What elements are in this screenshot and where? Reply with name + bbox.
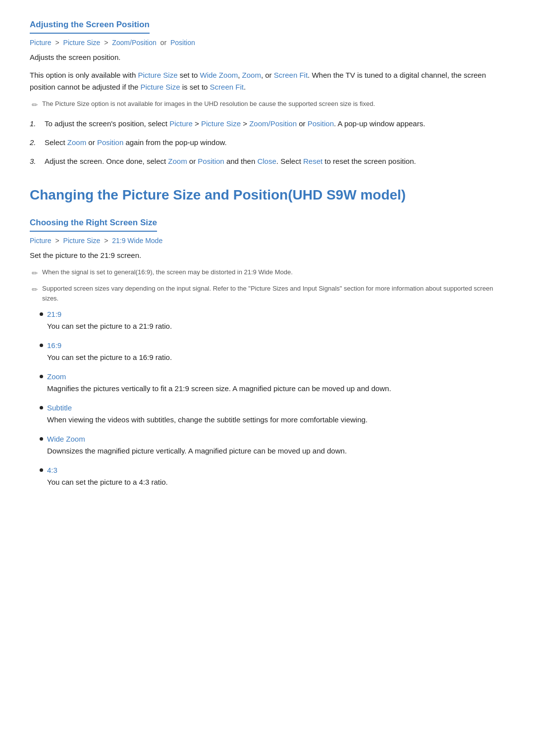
step3-close-link[interactable]: Close bbox=[257, 157, 276, 165]
s2-breadcrumb-wide-mode[interactable]: 21:9 Wide Mode bbox=[112, 237, 162, 245]
section1-breadcrumb: Picture > Picture Size > Zoom/Position o… bbox=[30, 39, 505, 47]
pencil-icon: ✏ bbox=[32, 100, 38, 111]
step3-zoom-link[interactable]: Zoom bbox=[168, 157, 187, 165]
breadcrumb-picture[interactable]: Picture bbox=[30, 39, 52, 47]
link-screen-fit-2[interactable]: Screen Fit bbox=[210, 83, 244, 91]
section2-notes: ✏ When the signal is set to general(16:9… bbox=[30, 267, 505, 303]
bullet-desc-zoom: Magnifies the pictures vertically to fit… bbox=[47, 383, 505, 395]
bullet-header-169: 16:9 bbox=[40, 341, 505, 350]
breadcrumb-picture-size[interactable]: Picture Size bbox=[63, 39, 101, 47]
section2-note1: ✏ When the signal is set to general(16:9… bbox=[30, 267, 505, 279]
breadcrumb-sep1: > bbox=[55, 39, 59, 47]
s2-breadcrumb-sep1: > bbox=[55, 237, 59, 245]
bullet-header-zoom: Zoom bbox=[40, 372, 505, 381]
section-adjusting: Adjusting the Screen Position Picture > … bbox=[30, 20, 505, 167]
bullet-dot-219 bbox=[40, 312, 43, 316]
bullet-label-wide-zoom[interactable]: Wide Zoom bbox=[47, 435, 85, 443]
list-item: 4:3 You can set the picture to a 4:3 rat… bbox=[40, 466, 505, 488]
bullet-label-zoom[interactable]: Zoom bbox=[47, 372, 66, 381]
pencil-icon-3: ✏ bbox=[32, 284, 38, 296]
pencil-icon-2: ✏ bbox=[32, 268, 38, 279]
list-item: Wide Zoom Downsizes the magnified pictur… bbox=[40, 435, 505, 457]
link-zoom-1[interactable]: Zoom bbox=[242, 71, 261, 79]
step1-picture-size-link[interactable]: Picture Size bbox=[201, 119, 241, 128]
bullet-label-43[interactable]: 4:3 bbox=[47, 466, 57, 474]
list-item: 16:9 You can set the picture to a 16:9 r… bbox=[40, 341, 505, 363]
s2-note1-text: When the signal is set to general(16:9),… bbox=[42, 267, 293, 277]
step3-reset-link[interactable]: Reset bbox=[303, 157, 322, 165]
note1-text: The Picture Size option is not available… bbox=[42, 99, 375, 109]
step2-zoom-link[interactable]: Zoom bbox=[67, 138, 86, 147]
s2-breadcrumb-picture-size[interactable]: Picture Size bbox=[63, 237, 101, 245]
bullet-label-subtitle[interactable]: Subtitle bbox=[47, 403, 72, 412]
s2-note2-text: Supported screen sizes vary depending on… bbox=[42, 284, 505, 303]
link-picture-size-1[interactable]: Picture Size bbox=[138, 71, 177, 79]
step1-num: 1. bbox=[30, 118, 40, 130]
section-large: Changing the Picture Size and Position(U… bbox=[30, 187, 505, 203]
step1-position-link[interactable]: Position bbox=[308, 119, 334, 128]
bullet-dot-wide-zoom bbox=[40, 437, 43, 441]
step-3: 3. Adjust the screen. Once done, select … bbox=[30, 155, 505, 167]
bullet-header-wide-zoom: Wide Zoom bbox=[40, 435, 505, 443]
list-item: Subtitle When viewing the videos with su… bbox=[40, 403, 505, 426]
step2-text: Select Zoom or Position again from the p… bbox=[45, 137, 227, 149]
section1-steps: 1. To adjust the screen's position, sele… bbox=[30, 118, 505, 167]
section1-title: Adjusting the Screen Position bbox=[30, 20, 150, 34]
bullet-header-43: 4:3 bbox=[40, 466, 505, 474]
step1-picture-link[interactable]: Picture bbox=[169, 119, 193, 128]
section-choosing: Choosing the Right Screen Size Picture >… bbox=[30, 218, 505, 489]
bullet-list: 21:9 You can set the picture to a 21:9 r… bbox=[30, 310, 505, 488]
s2-breadcrumb-sep2: > bbox=[104, 237, 108, 245]
section1-intro: Adjusts the screen position. bbox=[30, 51, 505, 63]
section2-breadcrumb: Picture > Picture Size > 21:9 Wide Mode bbox=[30, 237, 505, 245]
link-picture-size-2[interactable]: Picture Size bbox=[141, 83, 180, 91]
step3-text: Adjust the screen. Once done, select Zoo… bbox=[45, 155, 416, 167]
step2-position-link[interactable]: Position bbox=[97, 138, 123, 147]
step2-num: 2. bbox=[30, 137, 40, 149]
link-wide-zoom[interactable]: Wide Zoom bbox=[200, 71, 238, 79]
bullet-dot-subtitle bbox=[40, 406, 43, 409]
bullet-dot-zoom bbox=[40, 375, 43, 378]
bullet-desc-subtitle: When viewing the videos with subtitles, … bbox=[47, 414, 505, 426]
breadcrumb-position[interactable]: Position bbox=[170, 39, 195, 47]
breadcrumb-sep2: > bbox=[104, 39, 108, 47]
bullet-desc-wide-zoom: Downsizes the magnified picture vertical… bbox=[47, 445, 505, 457]
section1-notes: ✏ The Picture Size option is not availab… bbox=[30, 99, 505, 111]
section2-title: Choosing the Right Screen Size bbox=[30, 218, 157, 232]
bullet-label-219[interactable]: 21:9 bbox=[47, 310, 61, 318]
breadcrumb-zoom-position[interactable]: Zoom/Position bbox=[112, 39, 156, 47]
step-1: 1. To adjust the screen's position, sele… bbox=[30, 118, 505, 130]
bullet-dot-169 bbox=[40, 344, 43, 347]
bullet-dot-43 bbox=[40, 468, 43, 472]
step1-text: To adjust the screen's position, select … bbox=[45, 118, 425, 130]
bullet-desc-219: You can set the picture to a 21:9 ratio. bbox=[47, 320, 505, 332]
s2-breadcrumb-picture[interactable]: Picture bbox=[30, 237, 52, 245]
bullet-desc-43: You can set the picture to a 4:3 ratio. bbox=[47, 476, 505, 488]
link-screen-fit-1[interactable]: Screen Fit bbox=[274, 71, 308, 79]
step1-zoom-position-link[interactable]: Zoom/Position bbox=[249, 119, 297, 128]
breadcrumb-sep3: or bbox=[160, 39, 168, 47]
bullet-header-subtitle: Subtitle bbox=[40, 403, 505, 412]
section2-note2: ✏ Supported screen sizes vary depending … bbox=[30, 284, 505, 303]
list-item: Zoom Magnifies the pictures vertically t… bbox=[40, 372, 505, 395]
section1-body: This option is only available with Pictu… bbox=[30, 69, 505, 93]
section1-note1: ✏ The Picture Size option is not availab… bbox=[30, 99, 505, 111]
list-item: 21:9 You can set the picture to a 21:9 r… bbox=[40, 310, 505, 332]
section2-intro: Set the picture to the 21:9 screen. bbox=[30, 250, 505, 261]
step3-position-link[interactable]: Position bbox=[198, 157, 224, 165]
bullet-label-169[interactable]: 16:9 bbox=[47, 341, 61, 350]
large-section-title: Changing the Picture Size and Position(U… bbox=[30, 187, 505, 203]
bullet-header-219: 21:9 bbox=[40, 310, 505, 318]
step3-num: 3. bbox=[30, 155, 40, 167]
step-2: 2. Select Zoom or Position again from th… bbox=[30, 137, 505, 149]
bullet-desc-169: You can set the picture to a 16:9 ratio. bbox=[47, 352, 505, 363]
